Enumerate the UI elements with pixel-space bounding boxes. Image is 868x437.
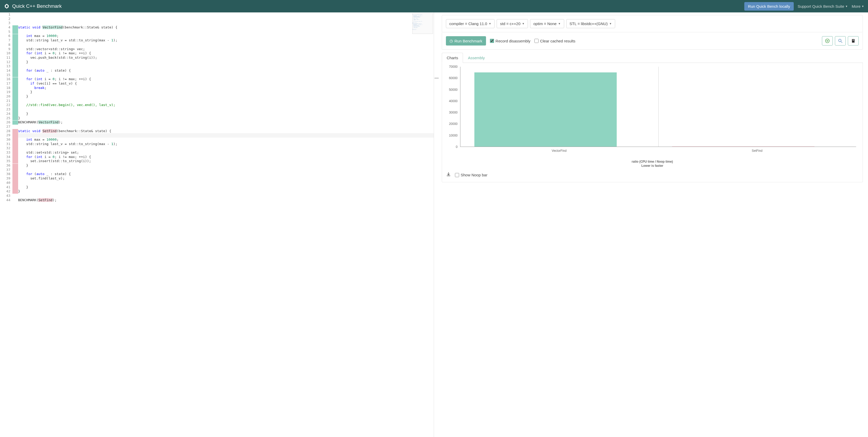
code-line[interactable]: } bbox=[12, 189, 434, 194]
pane-splitter[interactable]: — bbox=[434, 12, 439, 437]
chart-panel: 010000200003000040000500006000070000 Vec… bbox=[442, 63, 863, 182]
more-link[interactable]: More▼ bbox=[852, 4, 864, 8]
code-line[interactable]: } bbox=[12, 94, 434, 99]
chart: 010000200003000040000500006000070000 Vec… bbox=[459, 67, 859, 147]
code-line[interactable]: for (int i = 0; i != max; ++i) { bbox=[12, 77, 434, 81]
chevron-down-icon: ▼ bbox=[845, 5, 848, 8]
code-line[interactable]: break; bbox=[12, 86, 434, 90]
code-line[interactable] bbox=[12, 125, 434, 129]
svg-point-0 bbox=[826, 39, 830, 43]
app-title: Quick C++ Benchmark bbox=[12, 3, 62, 9]
clock-icon: ◷ bbox=[450, 38, 453, 43]
code-line[interactable]: BENCHMARK(VectorFind); bbox=[12, 120, 434, 125]
code-line[interactable]: } bbox=[12, 112, 434, 116]
result-tabs: Charts Assembly bbox=[442, 53, 863, 63]
code-line[interactable] bbox=[12, 181, 434, 185]
support-link[interactable]: Support Quick Bench Suite▼ bbox=[798, 4, 848, 8]
code-line[interactable] bbox=[12, 30, 434, 34]
code-line[interactable] bbox=[12, 133, 434, 138]
chart-bar bbox=[474, 72, 617, 146]
run-locally-button[interactable]: Run Quick Bench locally bbox=[744, 2, 794, 10]
svg-point-1 bbox=[838, 39, 841, 42]
code-line[interactable] bbox=[12, 64, 434, 69]
cpp-insights-button[interactable] bbox=[835, 36, 846, 45]
chevron-down-icon: ▼ bbox=[489, 22, 491, 25]
code-line[interactable]: vec.push_back(std::to_string(i)); bbox=[12, 56, 434, 60]
show-noop-checkbox[interactable]: Show Noop bar bbox=[455, 173, 487, 177]
code-line[interactable]: std::vector<std::string> vec; bbox=[12, 47, 434, 52]
code-line[interactable]: } bbox=[12, 90, 434, 94]
code-line[interactable]: for (auto _ : state) { bbox=[12, 69, 434, 73]
chevron-down-icon: ▼ bbox=[558, 22, 561, 25]
run-benchmark-button[interactable]: ◷ Run Benchmark bbox=[446, 36, 486, 45]
code-line[interactable]: } bbox=[12, 185, 434, 190]
code-line[interactable]: set.find(last_v); bbox=[12, 176, 434, 181]
code-line[interactable]: BENCHMARK(SetFind); bbox=[12, 198, 434, 202]
compiler-dropdown[interactable]: compiler = Clang 11.0▼ bbox=[446, 19, 495, 28]
code-line[interactable] bbox=[12, 194, 434, 198]
code-line[interactable] bbox=[12, 146, 434, 150]
config-row: compiler = Clang 11.0▼ std = c++20▼ opti… bbox=[442, 15, 863, 32]
code-line[interactable]: } bbox=[12, 163, 434, 168]
code-line[interactable]: set.insert(std::to_string(i)); bbox=[12, 159, 434, 163]
record-disassembly-checkbox[interactable]: Record disassembly bbox=[490, 39, 530, 43]
code-line[interactable]: } bbox=[12, 60, 434, 64]
action-row: ◷ Run Benchmark Record disassembly Clear… bbox=[442, 32, 863, 49]
code-line[interactable] bbox=[12, 12, 434, 17]
std-dropdown[interactable]: std = c++20▼ bbox=[497, 19, 528, 28]
code-line[interactable]: std::string last_v = std::to_string(max … bbox=[12, 38, 434, 43]
code-line[interactable] bbox=[12, 168, 434, 172]
code-line[interactable]: if (vec[i] == last_v) { bbox=[12, 81, 434, 86]
code-line[interactable]: int max = 10000; bbox=[12, 34, 434, 38]
chevron-down-icon: ▼ bbox=[862, 5, 864, 8]
code-line[interactable]: std::string last_v = std::to_string(max … bbox=[12, 142, 434, 146]
build-bench-button[interactable] bbox=[848, 36, 859, 45]
code-line[interactable] bbox=[12, 17, 434, 21]
download-icon[interactable] bbox=[446, 172, 451, 178]
compiler-explorer-button[interactable] bbox=[822, 36, 833, 45]
tab-charts[interactable]: Charts bbox=[442, 53, 463, 63]
minimap[interactable]: static void VectorFind(benchmark::State&… bbox=[412, 13, 433, 34]
clear-cache-checkbox[interactable]: Clear cached results bbox=[534, 39, 576, 43]
code-line[interactable]: for (int i = 0; i != max; ++i) { bbox=[12, 155, 434, 159]
header: Quick C++ Benchmark Run Quick Bench loca… bbox=[0, 0, 868, 12]
stl-dropdown[interactable]: STL = libstdc++(GNU)▼ bbox=[566, 19, 615, 28]
code-line[interactable]: static void VectorFind(benchmark::State&… bbox=[12, 25, 434, 30]
optim-dropdown[interactable]: optim = None▼ bbox=[530, 19, 564, 28]
chart-caption: ratio (CPU time / Noop time) Lower is fa… bbox=[446, 160, 859, 168]
chevron-down-icon: ▼ bbox=[609, 22, 612, 25]
code-line[interactable] bbox=[12, 107, 434, 112]
code-line[interactable]: int max = 10000; bbox=[12, 138, 434, 142]
code-line[interactable]: //std::find(vec.begin(), vec.end(), last… bbox=[12, 103, 434, 107]
code-line[interactable]: std::set<std::string> set; bbox=[12, 150, 434, 155]
tab-assembly[interactable]: Assembly bbox=[463, 53, 490, 63]
chevron-down-icon: ▼ bbox=[522, 22, 525, 25]
code-line[interactable] bbox=[12, 73, 434, 77]
code-line[interactable] bbox=[12, 21, 434, 25]
code-line[interactable] bbox=[12, 99, 434, 103]
logo-icon bbox=[4, 3, 9, 9]
code-line[interactable]: } bbox=[12, 116, 434, 121]
code-editor[interactable]: 1234567891011121314151617181920212223242… bbox=[0, 12, 434, 437]
code-line[interactable]: static void SetFind(benchmark::State& st… bbox=[12, 129, 434, 133]
code-line[interactable] bbox=[12, 43, 434, 47]
code-line[interactable]: for (int i = 0; i != max; ++i) { bbox=[12, 51, 434, 56]
code-line[interactable]: for (auto _ : state) { bbox=[12, 172, 434, 176]
